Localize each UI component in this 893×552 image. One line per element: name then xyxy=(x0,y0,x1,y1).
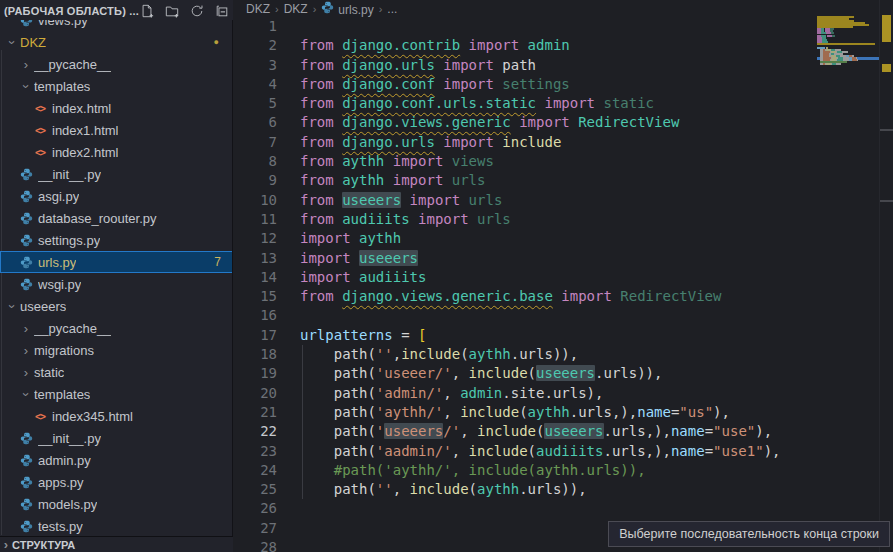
line-number[interactable]: 3 xyxy=(234,56,277,75)
code-line-20[interactable]: path('admin/', admin.site.urls), xyxy=(300,384,813,403)
collapse-all-icon[interactable] xyxy=(214,3,230,19)
new-file-icon[interactable] xyxy=(139,3,155,19)
code-line-25[interactable]: path('', include(aythh.urls)), xyxy=(300,480,813,499)
sidebar-editor-divider[interactable] xyxy=(232,0,233,552)
code-line-16[interactable] xyxy=(300,306,813,325)
tree-item-templates[interactable]: ›templates xyxy=(0,75,233,97)
code-line-26[interactable] xyxy=(300,499,813,518)
code-line-6[interactable]: from django.views.generic import Redirec… xyxy=(300,113,813,132)
line-number[interactable]: 1 xyxy=(234,17,277,36)
refresh-icon[interactable] xyxy=(189,3,205,19)
tree-item-urls-py[interactable]: urls.py7 xyxy=(0,251,233,273)
line-number[interactable]: 6 xyxy=(234,113,277,132)
line-number[interactable]: 22 xyxy=(234,422,277,441)
outline-section-label: СТРУКТУРА xyxy=(12,539,75,551)
code-line-17[interactable]: urlpatterns = [ xyxy=(300,326,813,345)
code-token: 'useeer/' xyxy=(376,365,452,381)
tree-item-admin-py[interactable]: admin.py xyxy=(0,449,233,471)
line-number[interactable]: 21 xyxy=(234,403,277,422)
tree-item-asgi-py[interactable]: asgi.py xyxy=(0,185,233,207)
line-number[interactable]: 14 xyxy=(234,268,277,287)
line-number[interactable]: 27 xyxy=(234,519,277,538)
code-line-7[interactable]: from django.urls import include xyxy=(300,133,813,152)
tree-item-wsgi-py[interactable]: wsgi.py xyxy=(0,273,233,295)
breadcrumb-item[interactable]: DKZ xyxy=(246,2,270,16)
tree-item-useeers[interactable]: ›useeers xyxy=(0,295,233,317)
line-number[interactable]: 19 xyxy=(234,364,277,383)
tree-item--init-py[interactable]: __init__.py xyxy=(0,427,233,449)
tree-item-index1-html[interactable]: <>index1.html xyxy=(0,119,233,141)
tree-item-index2-html[interactable]: <>index2.html xyxy=(0,141,233,163)
code-line-1[interactable] xyxy=(300,17,813,36)
code-line-21[interactable]: path('aythh/', include(aythh.urls,),name… xyxy=(300,403,813,422)
code-line-13[interactable]: import useeers xyxy=(300,249,813,268)
line-number[interactable]: 24 xyxy=(234,461,277,480)
code-line-24[interactable]: #path('aythh/', include(aythh.urls)), xyxy=(300,461,813,480)
line-number[interactable]: 17 xyxy=(234,326,277,345)
code-line-3[interactable]: from django.urls import path xyxy=(300,56,813,75)
code-line-23[interactable]: path('aadmin/', include(audiiits.urls,),… xyxy=(300,442,813,461)
tree-item-dkz[interactable]: ›DKZ● xyxy=(0,31,233,53)
line-number[interactable]: 7 xyxy=(234,133,277,152)
code-line-11[interactable]: from audiiits import urls xyxy=(300,210,813,229)
line-number[interactable]: 25 xyxy=(234,480,277,499)
code-line-9[interactable]: from aythh import urls xyxy=(300,171,813,190)
tree-item-templates[interactable]: ›templates xyxy=(0,383,233,405)
python-file-icon xyxy=(18,188,34,204)
tree-item-apps-py[interactable]: apps.py xyxy=(0,471,233,493)
outline-section-header[interactable]: › СТРУКТУРА xyxy=(0,536,233,552)
code-line-22[interactable]: path('useeers/', include(useeers.urls,),… xyxy=(300,422,813,441)
tree-item--pycache-[interactable]: ›__pycache__ xyxy=(0,317,233,339)
breadcrumb-item[interactable]: ... xyxy=(387,2,397,16)
code-token: admin xyxy=(528,37,570,53)
python-file-icon xyxy=(18,518,34,534)
code-line-19[interactable]: path('useeer/', include(useeers.urls)), xyxy=(300,364,813,383)
line-number[interactable]: 12 xyxy=(234,229,277,248)
code-line-2[interactable]: from django.contrib import admin xyxy=(300,36,813,55)
code-line-10[interactable]: from useeers import urls xyxy=(300,191,813,210)
line-number[interactable]: 26 xyxy=(234,499,277,518)
minimap[interactable] xyxy=(817,14,879,134)
code-token: useeers xyxy=(342,192,401,208)
line-number[interactable]: 15 xyxy=(234,287,277,306)
breadcrumb-item[interactable]: DKZ xyxy=(284,2,308,16)
code-line-14[interactable]: import audiiits xyxy=(300,268,813,287)
line-number[interactable]: 11 xyxy=(234,210,277,229)
tree-item-index-html[interactable]: <>index.html xyxy=(0,97,233,119)
tree-item-migrations[interactable]: ›migrations xyxy=(0,339,233,361)
tree-item--pycache-[interactable]: ›__pycache__ xyxy=(0,53,233,75)
line-number[interactable]: 8 xyxy=(234,152,277,171)
line-number[interactable]: 20 xyxy=(234,384,277,403)
line-number[interactable]: 10 xyxy=(234,191,277,210)
line-number[interactable]: 9 xyxy=(234,171,277,190)
line-number[interactable]: 23 xyxy=(234,442,277,461)
code-line-8[interactable]: from aythh import views xyxy=(300,152,813,171)
line-number[interactable]: 18 xyxy=(234,345,277,364)
new-folder-icon[interactable] xyxy=(164,3,180,19)
tree-item-static[interactable]: ›static xyxy=(0,361,233,383)
code-content[interactable]: from django.contrib import adminfrom dja… xyxy=(300,17,813,552)
line-number[interactable]: 13 xyxy=(234,249,277,268)
code-token: from xyxy=(300,95,342,111)
tree-item-models-py[interactable]: models.py xyxy=(0,493,233,515)
python-file-icon xyxy=(18,254,34,270)
tree-item-database-roouter-py[interactable]: database_roouter.py xyxy=(0,207,233,229)
line-number[interactable]: 16 xyxy=(234,306,277,325)
line-number[interactable]: 5 xyxy=(234,94,277,113)
line-number[interactable]: 28 xyxy=(234,538,277,552)
tree-item-settings-py[interactable]: settings.py xyxy=(0,229,233,251)
code-line-15[interactable]: from django.views.generic.base import Re… xyxy=(300,287,813,306)
line-number[interactable]: 4 xyxy=(234,75,277,94)
code-line-12[interactable]: import aythh xyxy=(300,229,813,248)
tree-item--init-py[interactable]: __init__.py xyxy=(0,163,233,185)
code-token: audiiits xyxy=(536,443,603,459)
tree-item-tests-py[interactable]: tests.py xyxy=(0,515,233,537)
tree-item-index345-html[interactable]: <>index345.html xyxy=(0,405,233,427)
breadcrumb-item[interactable]: urls.py xyxy=(321,1,373,17)
overview-ruler[interactable] xyxy=(879,0,893,552)
line-number[interactable]: 2 xyxy=(234,36,277,55)
code-line-4[interactable]: from django.conf import settings xyxy=(300,75,813,94)
code-line-18[interactable]: path('',include(aythh.urls)), xyxy=(300,345,813,364)
code-line-5[interactable]: from django.conf.urls.static import stat… xyxy=(300,94,813,113)
explorer-section-header[interactable]: (РАБОЧАЯ ОБЛАСТЬ) ... xyxy=(0,0,233,20)
